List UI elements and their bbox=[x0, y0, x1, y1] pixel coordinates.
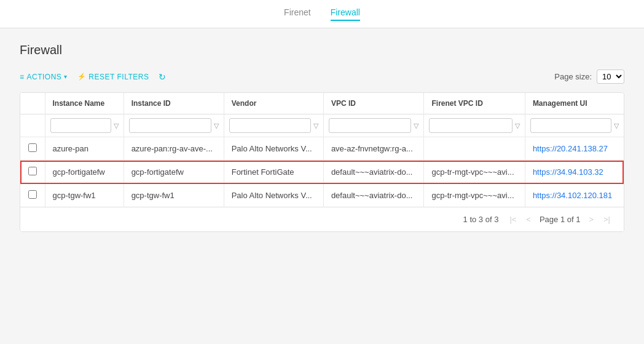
page-title: Firewall bbox=[20, 43, 624, 57]
row1-instance-id: azure-pan:rg-av-ave-... bbox=[124, 137, 224, 161]
tab-firewall[interactable]: Firewall bbox=[331, 7, 360, 21]
row1-instance-name: azure-pan bbox=[45, 137, 124, 161]
pagination-controls: |< < Page 1 of 1 > >| bbox=[506, 214, 614, 225]
row2-vpc-id: default~~~aviatrix-do... bbox=[323, 161, 424, 184]
filter-management-ui-icon[interactable]: ▽ bbox=[614, 122, 619, 130]
row3-instance-name: gcp-tgw-fw1 bbox=[45, 184, 124, 207]
col-instance-name: Instance Name bbox=[45, 93, 124, 114]
row2-management-ui-link[interactable]: https://34.94.103.32 bbox=[533, 167, 603, 177]
col-firenet-vpc-id: Firenet VPC ID bbox=[424, 93, 525, 114]
row3-management-ui-link[interactable]: https://34.102.120.181 bbox=[533, 191, 612, 200]
pagination-range: 1 to 3 of 3 bbox=[463, 215, 499, 224]
row2-checkbox[interactable] bbox=[28, 167, 37, 175]
filter-vpc-id-input[interactable] bbox=[329, 118, 412, 133]
row2-firenet-vpc-id: gcp-tr-mgt-vpc~~~avi... bbox=[424, 161, 525, 184]
first-page-button[interactable]: |< bbox=[506, 214, 520, 225]
toolbar-left: ≡ ACTIONS ▾ ⚡ RESET FILTERS ↻ bbox=[20, 72, 166, 82]
row2-instance-id: gcp-fortigatefw bbox=[124, 161, 224, 184]
row3-firenet-vpc-id: gcp-tr-mgt-vpc~~~avi... bbox=[424, 184, 525, 207]
row1-checkbox-cell[interactable] bbox=[20, 137, 45, 161]
row2-vendor: Fortinet FortiGate bbox=[224, 161, 323, 184]
col-vpc-id: VPC ID bbox=[323, 93, 424, 114]
table-footer: 1 to 3 of 3 |< < Page 1 of 1 > >| bbox=[20, 207, 624, 231]
tab-firenet[interactable]: Firenet bbox=[284, 7, 311, 21]
filter-instance-id-cell: ▽ bbox=[124, 114, 224, 137]
filter-vpc-id-cell: ▽ bbox=[323, 114, 424, 137]
filter-instance-name-input[interactable] bbox=[50, 118, 111, 133]
reset-filters-label: RESET FILTERS bbox=[88, 73, 149, 81]
toolbar: ≡ ACTIONS ▾ ⚡ RESET FILTERS ↻ Page size:… bbox=[20, 70, 624, 84]
row3-vendor: Palo Alto Networks V... bbox=[224, 184, 323, 207]
row1-vpc-id: ave-az-fnvnetgw:rg-a... bbox=[323, 137, 424, 161]
filter-vendor-icon[interactable]: ▽ bbox=[313, 122, 318, 130]
filter-instance-id-input[interactable] bbox=[129, 118, 211, 133]
last-page-button[interactable]: >| bbox=[600, 214, 614, 225]
col-instance-id: Instance ID bbox=[124, 93, 224, 114]
row1-management-ui[interactable]: https://20.241.138.27 bbox=[525, 137, 624, 161]
filter-vpc-id-icon[interactable]: ▽ bbox=[414, 122, 418, 130]
row3-checkbox-cell[interactable] bbox=[20, 184, 45, 207]
row1-firenet-vpc-id bbox=[424, 137, 525, 161]
toolbar-right: Page size: 10 25 50 bbox=[554, 70, 624, 84]
table-header-row: Instance Name Instance ID Vendor VPC ID … bbox=[20, 93, 624, 114]
table-row: gcp-fortigatefw gcp-fortigatefw Fortinet… bbox=[20, 161, 624, 184]
filter-instance-name-icon[interactable]: ▽ bbox=[114, 122, 119, 130]
top-navigation: Firenet Firewall bbox=[0, 0, 644, 28]
filter-firenet-vpc-id-input[interactable] bbox=[429, 118, 512, 133]
filter-management-ui-cell: ▽ bbox=[525, 114, 624, 137]
col-management-ui: Management UI bbox=[525, 93, 624, 114]
filter-row: ▽ ▽ ▽ bbox=[20, 114, 624, 137]
row3-instance-id: gcp-tgw-fw1 bbox=[124, 184, 224, 207]
row1-management-ui-link[interactable]: https://20.241.138.27 bbox=[533, 144, 608, 153]
table-row: gcp-tgw-fw1 gcp-tgw-fw1 Palo Alto Networ… bbox=[20, 184, 624, 207]
refresh-icon: ↻ bbox=[159, 72, 166, 82]
main-content: Firewall ≡ ACTIONS ▾ ⚡ RESET FILTERS ↻ P… bbox=[0, 28, 644, 247]
page-label: Page 1 of 1 bbox=[540, 215, 581, 224]
reset-filters-button[interactable]: ⚡ RESET FILTERS bbox=[77, 73, 149, 81]
row3-checkbox[interactable] bbox=[28, 190, 37, 199]
menu-icon: ≡ bbox=[20, 73, 25, 81]
prev-page-button[interactable]: < bbox=[522, 214, 535, 225]
col-vendor: Vendor bbox=[224, 93, 323, 114]
filter-vendor-cell: ▽ bbox=[224, 114, 323, 137]
filter-instance-id-icon[interactable]: ▽ bbox=[214, 122, 219, 130]
row1-checkbox[interactable] bbox=[28, 143, 37, 152]
col-checkbox bbox=[20, 93, 45, 114]
actions-label: ACTIONS bbox=[27, 73, 62, 81]
page-size-label: Page size: bbox=[554, 72, 592, 81]
actions-button[interactable]: ≡ ACTIONS ▾ bbox=[20, 73, 68, 81]
next-page-button[interactable]: > bbox=[585, 214, 597, 225]
row3-management-ui[interactable]: https://34.102.120.181 bbox=[525, 184, 624, 207]
chevron-down-icon: ▾ bbox=[64, 73, 68, 80]
filter-firenet-vpc-id-icon[interactable]: ▽ bbox=[515, 122, 520, 130]
row2-management-ui[interactable]: https://34.94.103.32 bbox=[525, 161, 624, 184]
row3-vpc-id: default~~~aviatrix-do... bbox=[323, 184, 424, 207]
page-size-select[interactable]: 10 25 50 bbox=[597, 70, 624, 84]
refresh-button[interactable]: ↻ bbox=[159, 72, 166, 82]
firewall-table: Instance Name Instance ID Vendor VPC ID … bbox=[20, 92, 624, 232]
row2-checkbox-cell[interactable] bbox=[20, 161, 45, 184]
table-row: azure-pan azure-pan:rg-av-ave-... Palo A… bbox=[20, 137, 624, 161]
filter-checkbox-cell bbox=[20, 114, 45, 137]
filter-firenet-vpc-id-cell: ▽ bbox=[424, 114, 525, 137]
filter-management-ui-input[interactable] bbox=[530, 118, 611, 133]
filter-vendor-input[interactable] bbox=[229, 118, 311, 133]
row2-instance-name: gcp-fortigatefw bbox=[45, 161, 124, 184]
filter-instance-name-cell: ▽ bbox=[45, 114, 124, 137]
lightning-icon: ⚡ bbox=[77, 73, 87, 81]
row1-vendor: Palo Alto Networks V... bbox=[224, 137, 323, 161]
